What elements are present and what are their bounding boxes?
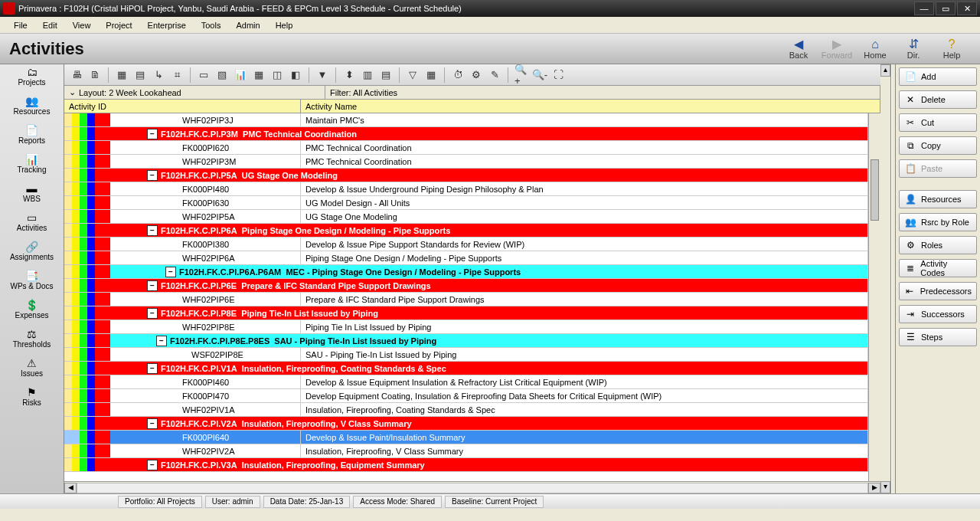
vertical-scrollbar[interactable] <box>868 113 880 481</box>
menu-file[interactable]: File <box>6 19 35 31</box>
rbtn-delete[interactable]: ✕Delete <box>899 90 977 109</box>
nav-dir[interactable]: ⇵Dir. <box>894 38 933 60</box>
tb-icon-6[interactable]: ▼ <box>315 67 330 83</box>
zoom-out-icon[interactable]: 🔍- <box>532 67 547 83</box>
table-row[interactable]: WHF02PIP8EPiping Tie In List Issued by P… <box>64 320 868 334</box>
trace-icon[interactable]: ⌗ <box>169 67 185 83</box>
gantt-icon[interactable]: ▤ <box>132 67 148 83</box>
sidebar-wps-docs[interactable]: 📑WPs & Docs <box>0 268 64 297</box>
collapse-icon[interactable]: − <box>156 336 167 346</box>
table-row[interactable]: −F102H.FK.C.PI.P6A Piping Stage One Desi… <box>64 224 868 238</box>
table-row[interactable]: WHF02PIP3JMaintain PMC's <box>64 113 868 127</box>
rbtn-successors[interactable]: ⇥Successors <box>899 305 977 323</box>
sidebar-expenses[interactable]: 💲Expenses <box>0 297 64 326</box>
table-row[interactable]: −F102H.FK.C.PI.V2A Insulation, Fireproof… <box>64 417 868 431</box>
table-row[interactable]: −F102H.FK.C.PI.P8E Piping Tie-In List Is… <box>64 306 868 320</box>
nav-home[interactable]: ⌂Home <box>856 38 894 60</box>
print-icon[interactable]: 🖶 <box>69 67 84 83</box>
zoom-in-icon[interactable]: 🔍+ <box>514 67 529 83</box>
sidebar-assignments[interactable]: 🔗Assignments <box>0 239 64 268</box>
table-row[interactable]: −F102H.FK.C.PI.V3A Insulation, Fireproof… <box>64 458 868 472</box>
tb-icon-12[interactable]: ✎ <box>487 67 502 83</box>
sidebar-tracking[interactable]: 📊Tracking <box>0 152 64 181</box>
scroll-left-icon[interactable]: ◀ <box>64 483 77 493</box>
tb-chart-icon[interactable]: 📊 <box>233 67 248 83</box>
table-row[interactable]: WHF02PIP6APiping Stage One Design / Mode… <box>64 251 868 265</box>
nav-forward[interactable]: ▶Forward <box>818 38 856 60</box>
tb-icon-3[interactable]: ▦ <box>251 67 266 83</box>
close-button[interactable]: ✕ <box>957 2 977 15</box>
rbtn-cut[interactable]: ✂Cut <box>899 113 977 132</box>
sidebar-projects[interactable]: 🗂Projects <box>0 64 64 93</box>
sidebar-wbs[interactable]: ▬WBS <box>0 181 64 210</box>
filter-icon[interactable]: ▽ <box>405 67 420 83</box>
sidebar-reports[interactable]: 📄Reports <box>0 123 64 152</box>
print-preview-icon[interactable]: 🗎 <box>87 67 103 83</box>
tb-icon-5[interactable]: ◧ <box>288 67 303 83</box>
horizontal-scrollbar[interactable]: ◀ ▶ <box>64 481 880 493</box>
collapse-icon[interactable]: − <box>147 308 158 319</box>
scroll-thumb[interactable] <box>871 159 879 221</box>
sidebar-activities[interactable]: ▭Activities <box>0 210 64 239</box>
table-row[interactable]: WHF02PIV1AInsulation, Fireproofing, Coat… <box>64 403 868 417</box>
collapse-icon[interactable]: − <box>165 267 176 277</box>
table-row[interactable]: FK000PI470Develop Equipment Coating, Ins… <box>64 389 868 403</box>
minimize-button[interactable]: — <box>914 2 934 15</box>
table-row[interactable]: FK000PI630UG Model Design - All Units <box>64 196 868 210</box>
scroll-right-icon[interactable]: ▶ <box>868 483 880 493</box>
table-row[interactable]: FK000PI480Develop & Issue Underground Pi… <box>64 182 868 196</box>
rbtn-add[interactable]: 📄Add <box>899 67 977 86</box>
rbtn-predecessors[interactable]: ⇤Predecessors <box>899 282 977 300</box>
table-row[interactable]: WSF02PIP8ESAU - Piping Tie-In List Issue… <box>64 348 868 362</box>
nav-back[interactable]: ◀Back <box>779 38 818 60</box>
collapse-icon[interactable]: − <box>147 170 158 181</box>
rbtn-resources[interactable]: 👤Resources <box>899 190 977 208</box>
table-row[interactable]: FK000PI620PMC Technical Coordination <box>64 141 868 155</box>
table-row[interactable]: FK000PI640Develop & Issue Paint/Insulati… <box>64 431 868 444</box>
tb-icon-1[interactable]: ▭ <box>196 67 211 83</box>
rbtn-steps[interactable]: ☰Steps <box>899 328 977 346</box>
rbtn-activity-codes[interactable]: ≣Activity Codes <box>899 259 977 277</box>
rbtn-copy[interactable]: ⧉Copy <box>899 136 977 155</box>
collapse-icon[interactable]: − <box>147 418 158 429</box>
tb-icon-2[interactable]: ▧ <box>214 67 230 83</box>
tb-icon-10[interactable]: ▦ <box>423 67 439 83</box>
collapse-icon[interactable]: − <box>147 363 158 374</box>
table-row[interactable]: WHF02PIP6EPrepare & IFC Standard Pipe Su… <box>64 293 868 306</box>
sidebar-resources[interactable]: 👥Resources <box>0 93 64 123</box>
menu-view[interactable]: View <box>65 19 99 31</box>
menu-enterprise[interactable]: Enterprise <box>140 19 194 31</box>
filter-cell[interactable]: Filter: All Activities <box>325 86 880 99</box>
sidebar-risks[interactable]: ⚑Risks <box>0 385 64 414</box>
table-row[interactable]: WHF02PIV2AInsulation, Fireproofing, V Cl… <box>64 444 868 458</box>
table-row[interactable]: −F102H.FK.C.PI.P6A.P6AM MEC - Piping Sta… <box>64 265 868 279</box>
tb-icon-9[interactable]: ▤ <box>378 67 394 83</box>
table-icon[interactable]: ▦ <box>114 67 129 83</box>
strip-down-icon[interactable]: ▾ <box>880 481 890 493</box>
tb-icon-7[interactable]: ⬍ <box>341 67 357 83</box>
strip-up-icon[interactable]: ▴ <box>880 64 890 77</box>
zoom-fit-icon[interactable]: ⛶ <box>550 67 566 83</box>
menu-help[interactable]: Help <box>268 19 301 31</box>
sidebar-thresholds[interactable]: ⚖Thresholds <box>0 326 64 356</box>
table-row[interactable]: WHF02PIP3MPMC Technical Coordination <box>64 155 868 169</box>
table-row[interactable]: −F102H.FK.C.PI.P3M PMC Technical Coordin… <box>64 127 868 141</box>
col-activity-id[interactable]: Activity ID <box>64 100 301 113</box>
table-row[interactable]: −F102H.FK.C.PI.P5A UG Stage One Modeling <box>64 169 868 182</box>
table-row[interactable]: FK000PI380Develop & Issue Pipe Support S… <box>64 238 868 251</box>
col-activity-name[interactable]: Activity Name <box>301 100 880 113</box>
menu-edit[interactable]: Edit <box>35 19 65 31</box>
maximize-button[interactable]: ▭ <box>936 2 956 15</box>
menu-admin[interactable]: Admin <box>228 19 267 31</box>
table-row[interactable]: −F102H.FK.C.PI.P8E.P8ES SAU - Piping Tie… <box>64 334 868 348</box>
rbtn-paste[interactable]: 📋Paste <box>899 159 977 178</box>
tb-icon-8[interactable]: ▥ <box>360 67 375 83</box>
collapse-icon[interactable]: − <box>147 129 158 139</box>
layout-cell[interactable]: ⌄Layout: 2 Week Lookahead <box>64 86 325 99</box>
tb-icon-11[interactable]: ⚙ <box>469 67 484 83</box>
menu-project[interactable]: Project <box>98 19 139 31</box>
table-row[interactable]: −F102H.FK.C.PI.V1A Insulation, Fireproof… <box>64 362 868 375</box>
table-row[interactable]: −F102H.FK.C.PI.P6E Prepare & IFC Standar… <box>64 279 868 293</box>
collapse-icon[interactable]: − <box>147 280 158 291</box>
collapse-icon[interactable]: − <box>147 460 158 470</box>
